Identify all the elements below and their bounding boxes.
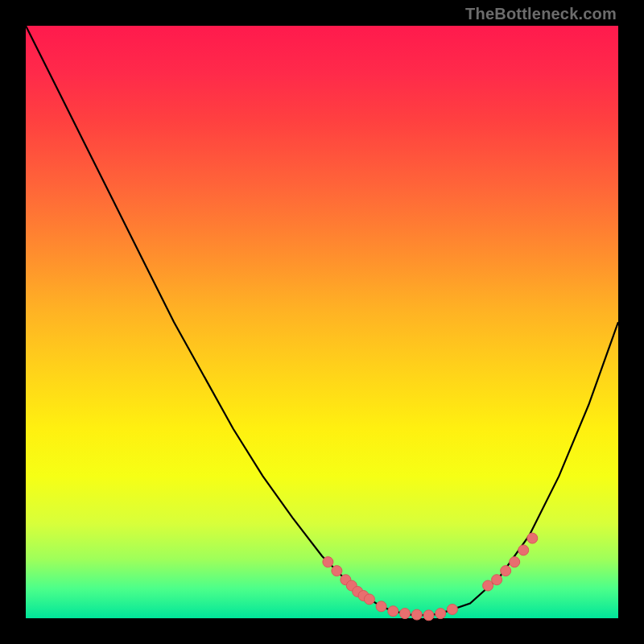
- data-marker: [492, 575, 502, 585]
- chart-svg: [26, 26, 618, 618]
- data-marker: [518, 545, 529, 555]
- data-marker: [510, 557, 520, 568]
- marker-layer: [323, 533, 538, 621]
- watermark-text: TheBottleneck.com: [465, 5, 617, 23]
- data-marker: [411, 609, 422, 620]
- data-marker: [400, 609, 411, 619]
- data-marker: [527, 533, 538, 543]
- data-marker: [332, 566, 342, 576]
- bottleneck-curve: [26, 26, 618, 615]
- data-marker: [483, 580, 493, 591]
- data-marker: [447, 605, 457, 615]
- curve-layer: [26, 26, 618, 615]
- data-marker: [423, 610, 434, 621]
- plot-area: [26, 26, 618, 618]
- data-marker: [501, 566, 511, 576]
- chart-frame: TheBottleneck.com: [0, 0, 644, 644]
- data-marker: [364, 594, 374, 605]
- data-marker: [436, 609, 446, 619]
- data-marker: [323, 557, 333, 568]
- data-marker: [376, 601, 386, 612]
- data-marker: [388, 606, 398, 617]
